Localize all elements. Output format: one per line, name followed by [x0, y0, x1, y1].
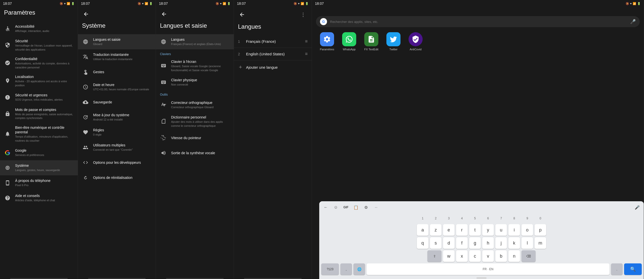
panel3-item-synthese[interactable]: Sortie de la synthèse vocale — [156, 145, 234, 161]
add-language-button[interactable]: + Ajouter une langue — [234, 60, 312, 74]
app-anticovid[interactable]: AntiCovid — [407, 32, 425, 51]
kb-space-key[interactable]: FR · EN — [367, 263, 610, 275]
app-fxtextedit[interactable]: FX TextEdit — [362, 32, 380, 51]
kb-voice-btn[interactable]: 🎤 — [633, 203, 642, 212]
kb-num-0[interactable]: 0 — [535, 214, 546, 223]
kb-num-5[interactable]: 5 — [469, 214, 481, 223]
app-whatsapp[interactable]: WhatsApp — [340, 32, 358, 51]
kb-key-m[interactable]: m — [535, 237, 546, 249]
kb-key-l[interactable]: l — [521, 237, 533, 249]
kb-comma-key[interactable]: , — [340, 263, 352, 275]
systeme-item-sauvegarde[interactable]: Sauvegarde — [78, 95, 156, 110]
kb-clipboard-btn[interactable]: 📋 — [351, 203, 360, 212]
kb-key-t[interactable]: t — [469, 224, 481, 236]
overflow-menu-button[interactable]: ⋮ — [299, 10, 308, 19]
kb-key-w[interactable]: w — [443, 250, 455, 262]
kb-key-y[interactable]: y — [482, 224, 494, 236]
app-twitter[interactable]: Twitter — [384, 32, 403, 51]
sidebar-item-urgences[interactable]: Sécurité et urgences SOS Urgence, infos … — [0, 90, 78, 105]
kb-key-c[interactable]: c — [469, 250, 481, 262]
bien-etre-sub: Temps d'utilisation, minuteurs d'applica… — [15, 135, 74, 143]
kb-key-b[interactable]: b — [495, 250, 507, 262]
kb-gif-btn[interactable]: GIF — [341, 203, 350, 212]
kb-key-f[interactable]: f — [456, 237, 468, 249]
status-bar-4: 18:07 🔕 ▾ 📶 🔋 — [234, 0, 312, 7]
systeme-item-maj[interactable]: Mise à jour du système Android 12 a été … — [78, 110, 156, 125]
kb-key-k[interactable]: k — [508, 237, 520, 249]
kb-num-6[interactable]: 6 — [482, 214, 494, 223]
voice-search-icon[interactable]: 🎤 — [630, 19, 636, 24]
kb-num-7[interactable]: 7 — [495, 214, 507, 223]
panel2-back-button[interactable] — [82, 10, 90, 18]
kb-key-s[interactable]: s — [430, 237, 441, 249]
lang-item-francais[interactable]: 1 Français (France) ≡ — [234, 35, 312, 48]
systeme-item-gestes[interactable]: Gestes — [78, 64, 156, 79]
panel3-back-button[interactable] — [160, 10, 168, 18]
sidebar-item-accessibilite[interactable]: Accessibilité Affichage, interaction, au… — [0, 21, 78, 36]
sidebar-item-aide[interactable]: Aide et conseils Articles d'aide, téléph… — [0, 190, 78, 206]
kb-num-3[interactable]: 3 — [443, 214, 455, 223]
sidebar-item-apropos[interactable]: À propos du téléphone Pixel 6 Pro — [0, 175, 78, 190]
kb-key-g[interactable]: g — [469, 237, 481, 249]
kb-emoji-btn[interactable]: ☺ — [331, 203, 340, 212]
lang-item-english[interactable]: 2 English (United States) ≡ — [234, 48, 312, 60]
kb-num-4[interactable]: 4 — [456, 214, 468, 223]
systeme-item-traduction[interactable]: Traduction instantanée Utiliser la tradu… — [78, 49, 156, 64]
kb-key-o[interactable]: o — [521, 224, 533, 236]
systeme-item-regles[interactable]: Règles 0 règle — [78, 125, 156, 140]
kb-settings-btn[interactable]: ⚙ — [361, 203, 371, 212]
google-search-bar[interactable]: G 🎤 — [316, 16, 640, 27]
panel4-back-button[interactable] — [238, 11, 246, 19]
status-bar-2: 18:07 🔕 ▾ 📶 🔋 — [78, 0, 156, 7]
sidebar-item-mots-passe[interactable]: Mots de passe et comptes Mots de passe e… — [0, 105, 78, 123]
kb-num-1[interactable]: 1 — [417, 214, 428, 223]
kb-key-a[interactable]: a — [417, 224, 428, 236]
app-parametres[interactable]: Paramètres — [318, 32, 336, 51]
panel3-item-clavier-ecran[interactable]: Clavier à l'écran Gboard, Saisie vocale … — [156, 57, 234, 75]
kb-key-p[interactable]: p — [535, 224, 546, 236]
kb-num-8[interactable]: 8 — [508, 214, 520, 223]
kb-search-key[interactable]: 🔍 — [624, 263, 642, 275]
panel3-item-clavier-physique[interactable]: Clavier physique Non connecté — [156, 75, 234, 90]
kb-num-2[interactable]: 2 — [430, 214, 441, 223]
kb-key-e[interactable]: e — [443, 224, 455, 236]
sidebar-item-systeme[interactable]: Système Langues, gestes, heure, sauvegar… — [0, 160, 78, 175]
regles-text: Règles 0 règle — [93, 128, 152, 137]
kb-key-q[interactable]: q — [417, 237, 428, 249]
kb-globe-key[interactable]: 🌐 — [353, 263, 365, 275]
systeme-item-utilisateurs[interactable]: Utilisateurs multiples Connecté en tant … — [78, 140, 156, 155]
systeme-item-reinitialisation[interactable]: Options de réinitialisation — [78, 170, 156, 185]
kb-shift-key[interactable]: ⇧ — [427, 250, 441, 262]
kb-more-btn[interactable]: ··· — [372, 203, 381, 212]
kb-key-z[interactable]: z — [430, 224, 441, 236]
panel4-header: ⋮ — [234, 7, 312, 21]
kb-key-h[interactable]: h — [482, 237, 494, 249]
battery-icon-3: 🔋 — [227, 2, 231, 5]
sidebar-item-bien-etre[interactable]: Bien-être numérique et contrôle parental… — [0, 123, 78, 145]
sidebar-item-confidentialite[interactable]: Confidentialité Autorisations, activité … — [0, 54, 78, 72]
panel3-item-langues[interactable]: Langues Français (France) et anglais (Ét… — [156, 34, 234, 49]
kb-key-d[interactable]: d — [443, 237, 455, 249]
kb-key-v[interactable]: v — [482, 250, 494, 262]
kb-key-n[interactable]: n — [508, 250, 520, 262]
kb-num-9[interactable]: 9 — [521, 214, 533, 223]
kb-key-i[interactable]: i — [508, 224, 520, 236]
systeme-item-langues-saisie[interactable]: Langues et saisie Gboard — [78, 34, 156, 49]
kb-back-btn[interactable]: ← — [321, 203, 330, 212]
kb-key-j[interactable]: j — [495, 237, 507, 249]
kb-period-key[interactable]: . — [611, 263, 623, 275]
panel3-item-dictionnaire[interactable]: Dictionnaire personnel Ajouter des mots … — [156, 112, 234, 130]
sidebar-item-google[interactable]: Google Services et préférences — [0, 145, 78, 160]
sidebar-item-localisation[interactable]: Localisation Activée - 20 applications o… — [0, 72, 78, 90]
systeme-item-options-dev[interactable]: Options pour les développeurs — [78, 155, 156, 170]
sidebar-item-securite[interactable]: Sécurité Verrouillage de l'écran, Locali… — [0, 36, 78, 54]
kb-numsym-key[interactable]: ?123 — [321, 263, 339, 275]
panel3-item-pointeur[interactable]: Vitesse du pointeur — [156, 130, 234, 145]
systeme-item-date-heure[interactable]: Date et heure UTC+01:00, heure normale d… — [78, 79, 156, 95]
kb-key-x[interactable]: x — [456, 250, 468, 262]
kb-key-r[interactable]: r — [456, 224, 468, 236]
panel3-item-correcteur[interactable]: Correcteur orthographique Correcteur ort… — [156, 97, 234, 112]
kb-key-u[interactable]: u — [495, 224, 507, 236]
search-input[interactable] — [330, 20, 627, 24]
kb-delete-key[interactable]: ⌫ — [521, 250, 536, 262]
